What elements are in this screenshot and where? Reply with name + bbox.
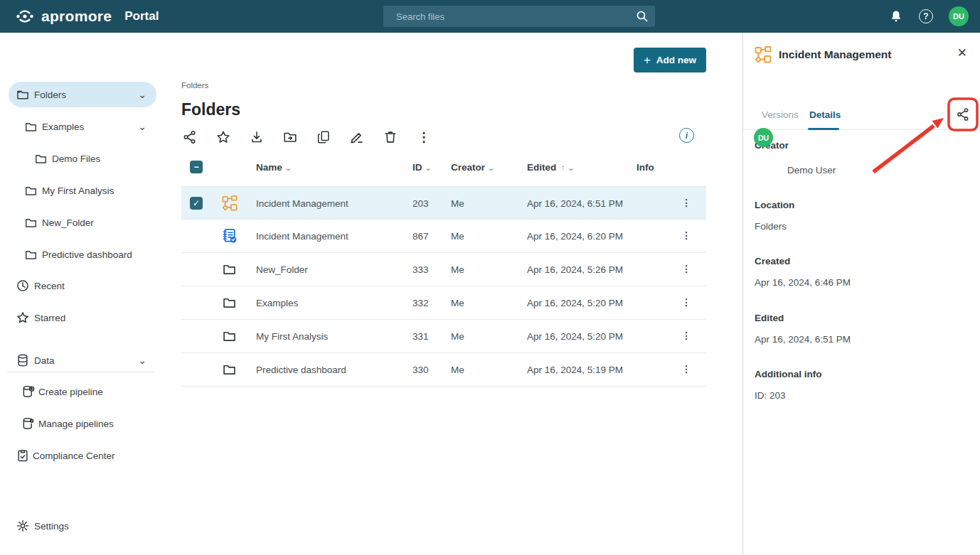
file-name[interactable]: Incident Management [256, 231, 348, 242]
creator-name: Demo User [787, 165, 836, 176]
chevron-down-icon[interactable]: ⌄ [138, 357, 147, 364]
chevron-down-icon[interactable]: ⌄ [138, 91, 147, 98]
table-row[interactable]: ✓ Incident Management 203 Me Apr 16, 202… [181, 186, 706, 220]
sidebar-item-examples[interactable]: Examples ⌄ [9, 114, 156, 139]
folder-icon [24, 216, 38, 230]
sidebar-item-compliance-center[interactable]: Compliance Center [9, 443, 156, 468]
file-name[interactable]: My First Analysis [256, 331, 328, 342]
add-new-button[interactable]: + Add new [634, 48, 706, 72]
database-plus-icon [21, 384, 36, 399]
help-glyph: ? [923, 11, 928, 21]
file-edited: Apr 16, 2024, 6:20 PM [527, 231, 623, 242]
file-name[interactable]: Incident Management [256, 198, 348, 208]
sidebar-item-recent[interactable]: Recent [9, 273, 156, 298]
file-name[interactable]: Examples [256, 298, 298, 308]
notifications-bell-icon[interactable] [889, 9, 903, 23]
file-name[interactable]: Predictive dashboard [256, 365, 346, 375]
more-kebab-icon[interactable]: ⋮ [415, 129, 432, 146]
help-icon[interactable]: ? [919, 9, 933, 23]
sidebar-item-folders[interactable]: Folders ⌄ [9, 82, 156, 107]
share-icon[interactable] [181, 129, 198, 146]
row-menu-kebab-icon[interactable]: ⋮ [681, 296, 692, 309]
column-header-edited[interactable]: Edited↑⌄ [527, 162, 574, 173]
folder-icon [24, 248, 38, 262]
gear-icon [16, 519, 30, 533]
sidebar-item-settings[interactable]: Settings [9, 513, 156, 539]
main-content: Folders Folders + Add new [165, 33, 742, 555]
file-name[interactable]: New_Folder [256, 264, 308, 275]
search-bar[interactable] [383, 6, 655, 27]
column-label: ID [412, 162, 422, 173]
delete-trash-icon[interactable] [382, 129, 399, 146]
copy-icon[interactable] [315, 129, 332, 146]
database-gear-icon [21, 416, 36, 431]
sidebar-item-label: Data [34, 355, 55, 366]
close-icon[interactable]: ✕ [957, 45, 967, 60]
row-menu-kebab-icon[interactable]: ⋮ [681, 263, 692, 276]
sidebar-item-data[interactable]: Data ⌄ [9, 347, 156, 373]
file-id: 332 [412, 298, 429, 308]
user-avatar[interactable]: DU [949, 6, 969, 26]
sort-ascending-icon: ↑ [560, 163, 565, 173]
row-menu-kebab-icon[interactable]: ⋮ [681, 330, 692, 343]
kebab-glyph: ⋮ [417, 131, 430, 144]
sidebar-item-label: Create pipeline [38, 387, 103, 397]
column-header-creator[interactable]: Creator⌄ [451, 162, 494, 173]
star-icon[interactable] [215, 129, 232, 146]
table-row[interactable]: Examples 332 Me Apr 16, 2024, 5:20 PM ⋮ [181, 286, 706, 320]
sidebar-item-label: My First Analysis [42, 185, 114, 196]
chevron-down-icon[interactable]: ⌄ [138, 123, 147, 130]
sidebar-item-label: Predictive dashboard [42, 249, 132, 260]
indeterminate-glyph: − [193, 162, 198, 172]
bpmn-model-icon [755, 46, 772, 63]
sidebar-item-manage-pipelines[interactable]: Manage pipelines [9, 411, 156, 436]
table-row[interactable]: New_Folder 333 Me Apr 16, 2024, 5:26 PM … [181, 253, 706, 286]
info-icon[interactable]: i [679, 128, 696, 145]
tab-versions[interactable]: Versions [762, 109, 799, 120]
table-rows: ✓ Incident Management 203 Me Apr 16, 202… [181, 186, 706, 387]
edited-label: Edited [755, 313, 784, 323]
sidebar-item-label: Examples [42, 122, 84, 132]
sort-chevron-icon: ⌄ [425, 163, 432, 172]
sidebar-item-starred[interactable]: Starred [9, 305, 156, 330]
file-id: 867 [412, 231, 429, 242]
column-header-id[interactable]: ID⌄ [412, 162, 432, 173]
search-icon[interactable] [629, 6, 655, 27]
tab-details[interactable]: Details [809, 109, 841, 120]
file-edited: Apr 16, 2024, 5:19 PM [527, 365, 623, 375]
select-all-checkbox[interactable]: − [190, 161, 203, 173]
file-id: 331 [412, 331, 429, 342]
panel-share-button[interactable] [953, 103, 973, 126]
row-menu-kebab-icon[interactable]: ⋮ [681, 230, 692, 242]
sidebar-item-create-pipeline[interactable]: Create pipeline [9, 379, 156, 404]
sidebar-item-label: Settings [34, 521, 69, 532]
column-header-name[interactable]: Name⌄ [256, 162, 292, 173]
move-to-folder-icon[interactable] [282, 129, 299, 146]
folder-icon [222, 296, 237, 311]
table-row[interactable]: My First Analysis 331 Me Apr 16, 2024, 5… [181, 320, 706, 353]
folder-icon [34, 152, 48, 166]
sidebar-item-my-first-analysis[interactable]: My First Analysis [9, 178, 156, 203]
sidebar-item-new-folder[interactable]: New_Folder [9, 210, 156, 235]
folder-icon [222, 329, 237, 344]
breadcrumb[interactable]: Folders [181, 81, 208, 90]
table-row[interactable]: Incident Management 867 Me Apr 16, 2024,… [181, 220, 706, 253]
sidebar-item-predictive-dashboard[interactable]: Predictive dashboard [9, 242, 156, 267]
sidebar-item-label: Starred [34, 313, 65, 323]
row-menu-kebab-icon[interactable]: ⋮ [681, 197, 692, 210]
search-input[interactable] [383, 11, 629, 22]
folder-icon [222, 362, 237, 377]
sidebar-item-demo-files[interactable]: Demo Files [9, 146, 156, 171]
row-menu-kebab-icon[interactable]: ⋮ [681, 363, 692, 376]
edited-value: Apr 16, 2024, 6:51 PM [755, 334, 851, 345]
rename-pen-icon[interactable] [348, 129, 366, 146]
sidebar-item-label: Demo Files [52, 153, 100, 164]
download-icon[interactable] [248, 129, 265, 146]
sidebar-item-label: New_Folder [42, 217, 94, 228]
clock-icon [16, 279, 30, 293]
page-title: Folders [181, 100, 240, 119]
table-row[interactable]: Predictive dashboard 330 Me Apr 16, 2024… [181, 353, 706, 387]
row-checkbox[interactable]: ✓ [190, 197, 203, 210]
folder-icon [222, 262, 237, 277]
details-panel-tabs: Versions Details [743, 98, 980, 130]
